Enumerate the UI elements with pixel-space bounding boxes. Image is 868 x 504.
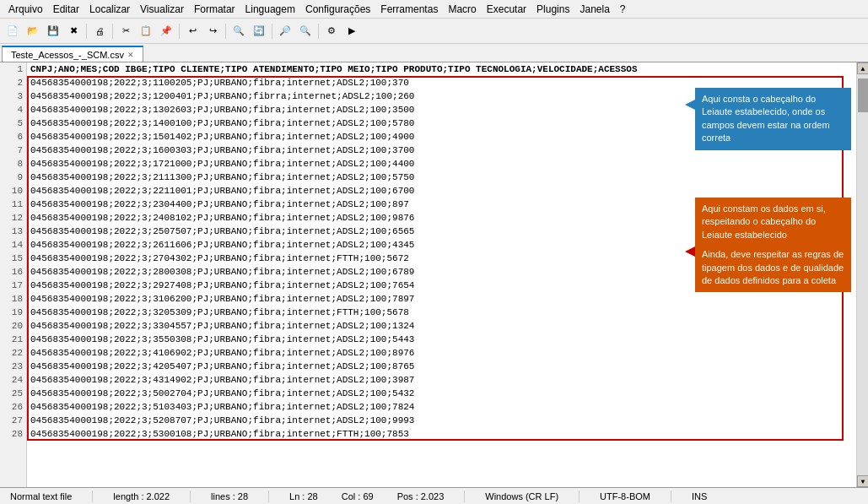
menu-editar[interactable]: Editar — [48, 2, 84, 17]
vertical-scrollbar[interactable]: ▲ ▼ — [856, 62, 868, 487]
data-line: 04568354000198;2022;3;2211001;PJ;URBANO;… — [30, 184, 853, 198]
line-number-2: 2 — [3, 76, 23, 89]
menu-macro[interactable]: Macro — [443, 2, 481, 17]
sep6 — [318, 24, 319, 39]
menu-localizar[interactable]: Localizar — [84, 2, 135, 17]
data-line: 04568354000198;2022;3;5208707;PJ;URBANO;… — [30, 414, 853, 427]
line-numbers: 1234567891011121314151617181920212223242… — [0, 62, 27, 487]
status-lines: lines : 28 — [208, 491, 251, 501]
line-number-9: 9 — [3, 171, 23, 184]
line-number-7: 7 — [3, 144, 23, 157]
menu-help[interactable]: ? — [615, 2, 631, 17]
menubar: Arquivo Editar Localizar Visualizar Form… — [0, 0, 868, 19]
line-number-15: 15 — [3, 252, 23, 265]
line-number-16: 16 — [3, 265, 23, 279]
annotation-header: Aqui consta o cabeçalho do Leiaute estab… — [695, 88, 851, 150]
line-number-11: 11 — [3, 198, 23, 211]
menu-executar[interactable]: Executar — [482, 2, 531, 17]
find-button[interactable]: 🔍 — [229, 22, 248, 41]
line-number-18: 18 — [3, 292, 23, 306]
line-number-22: 22 — [3, 346, 23, 360]
status-sep4 — [464, 490, 465, 502]
scroll-down-btn[interactable]: ▼ — [857, 475, 868, 487]
run-button[interactable]: ▶ — [342, 22, 361, 41]
line-number-6: 6 — [3, 130, 23, 144]
menu-visualizar[interactable]: Visualizar — [135, 2, 189, 17]
copy-button[interactable]: 📋 — [137, 22, 155, 41]
status-sep2 — [190, 490, 191, 502]
red-arrow-icon — [685, 247, 695, 257]
status-filetype: Normal text file — [7, 491, 75, 501]
data-line: 04568354000198;2022;3;3550308;PJ;URBANO;… — [30, 333, 853, 346]
toolbar: 📄 📂 💾 ✖ 🖨 ✂ 📋 📌 ↩ ↪ 🔍 🔄 🔎 🔍 ⚙ ▶ — [0, 19, 868, 44]
menu-configuracoes[interactable]: Configurações — [300, 2, 375, 17]
line-number-24: 24 — [3, 373, 23, 387]
status-length: length : 2.022 — [110, 491, 173, 501]
replace-button[interactable]: 🔄 — [250, 22, 268, 41]
sep2 — [112, 24, 113, 39]
data-line: 04568354000198;2022;3;3106200;PJ;URBANO;… — [30, 292, 853, 306]
new-button[interactable]: 📄 — [3, 22, 22, 41]
status-sep3 — [268, 490, 269, 502]
annotation-data: Aqui constam os dados em si, respeitando… — [695, 198, 851, 292]
annotation-data-text2: Ainda, deve respeitar as regras de tipag… — [702, 248, 844, 287]
menu-janela[interactable]: Janela — [574, 2, 614, 17]
data-line: 04568354000198;2022;3;4314902;PJ;URBANO;… — [30, 373, 853, 387]
line-number-12: 12 — [3, 211, 23, 225]
statusbar: Normal text file length : 2.022 lines : … — [0, 487, 868, 504]
data-line: 04568354000198;2022;3;5002704;PJ;URBANO;… — [30, 387, 853, 400]
macro-button[interactable]: ⚙ — [322, 22, 341, 41]
header-line: CNPJ;ANO;MES;COD IBGE;TIPO CLIENTE;TIPO … — [30, 62, 853, 76]
data-line: 04568354000198;2022;3;3205309;PJ;URBANO;… — [30, 306, 853, 319]
print-button[interactable]: 🖨 — [90, 22, 109, 41]
tabbar: Teste_Acessos_-_SCM.csv ✕ — [0, 44, 868, 62]
blue-arrow-icon — [685, 100, 695, 110]
data-line: 04568354000198;2022;3;2111300;PJ;URBANO;… — [30, 171, 853, 184]
file-tab[interactable]: Teste_Acessos_-_SCM.csv ✕ — [2, 46, 143, 62]
status-line-endings: Windows (CR LF) — [482, 491, 562, 501]
cut-button[interactable]: ✂ — [116, 22, 135, 41]
main-area: 1234567891011121314151617181920212223242… — [0, 62, 868, 487]
scroll-track[interactable] — [857, 74, 868, 475]
menu-arquivo[interactable]: Arquivo — [3, 2, 48, 17]
line-number-4: 4 — [3, 103, 23, 117]
zoom-in-button[interactable]: 🔎 — [276, 22, 294, 41]
sep4 — [225, 24, 226, 39]
data-line: 04568354000198;2022;3;1721000;PJ;URBANO;… — [30, 157, 853, 171]
zoom-out-button[interactable]: 🔍 — [296, 22, 315, 41]
status-encoding: UTF-8-BOM — [596, 491, 654, 501]
menu-linguagem[interactable]: Linguagem — [240, 2, 300, 17]
line-number-25: 25 — [3, 387, 23, 400]
menu-ferramentas[interactable]: Ferramentas — [375, 2, 443, 17]
line-number-5: 5 — [3, 117, 23, 130]
save-button[interactable]: 💾 — [44, 22, 62, 41]
line-number-19: 19 — [3, 306, 23, 319]
status-sep6 — [671, 490, 671, 502]
line-number-20: 20 — [3, 319, 23, 333]
line-number-27: 27 — [3, 414, 23, 427]
data-line: 04568354000198;2022;3;5103403;PJ;URBANO;… — [30, 400, 853, 414]
status-sep5 — [579, 490, 580, 502]
scroll-thumb[interactable] — [858, 79, 868, 112]
line-number-8: 8 — [3, 157, 23, 171]
redo-button[interactable]: ↪ — [203, 22, 222, 41]
sep3 — [179, 24, 180, 39]
paste-button[interactable]: 📌 — [157, 22, 175, 41]
data-line: 04568354000198;2022;3;5300108;PJ;URBANO;… — [30, 427, 853, 441]
status-cursor-pos: Pos : 2.023 — [394, 491, 448, 501]
menu-formatar[interactable]: Formatar — [189, 2, 240, 17]
status-ins: INS — [688, 491, 710, 501]
line-number-21: 21 — [3, 333, 23, 346]
tab-close-btn[interactable]: ✕ — [127, 51, 134, 59]
open-button[interactable]: 📂 — [24, 22, 42, 41]
status-sep1 — [92, 490, 93, 502]
status-cursor-col: Col : 69 — [338, 491, 377, 501]
scroll-up-btn[interactable]: ▲ — [857, 62, 868, 74]
line-number-23: 23 — [3, 360, 23, 373]
menu-plugins[interactable]: Plugins — [531, 2, 574, 17]
undo-button[interactable]: ↩ — [183, 22, 202, 41]
tab-filename: Teste_Acessos_-_SCM.csv — [11, 50, 124, 60]
sep5 — [272, 24, 272, 39]
data-line: 04568354000198;2022;3;3304557;PJ;URBANO;… — [30, 319, 853, 333]
close-button[interactable]: ✖ — [64, 22, 83, 41]
